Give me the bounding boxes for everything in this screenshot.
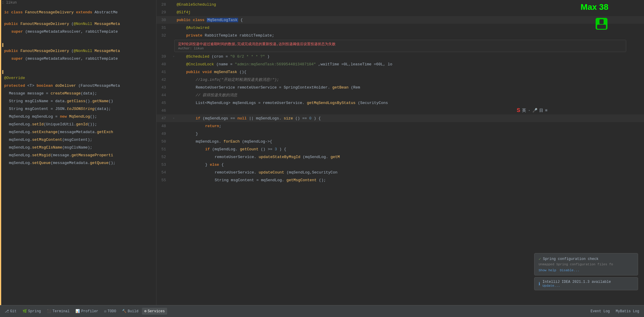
code-line-40: 40 @CncloudLock (name = "admin:mqSendTas… (156, 60, 644, 68)
left-line-2 (2, 16, 156, 20)
build-icon: 🔨 (122, 309, 126, 313)
disable-link[interactable]: Disable... (560, 269, 579, 272)
services-tab[interactable]: ⚙ Services (142, 308, 167, 315)
code-line-55: 55 String msgContent = mqSendLog. getMsg… (156, 176, 644, 184)
left-code-6: mqSendLog.setExchange(messageMetadata.ge… (2, 128, 156, 136)
code-line-39: 39 ◦ @Scheduled (cron = "0 0/2 * * * ?" … (156, 53, 644, 60)
update-popup: ℹ IntelliJ IDEA 2021.1.3 available Updat… (534, 277, 638, 290)
mybatis-log-label: MyBatis Log (616, 309, 639, 313)
max-badge: Max 38 (581, 2, 608, 12)
right-icons-strip: S 英 · 🎤 目 ≡ (517, 107, 548, 114)
inline-comment-block: 定时轮训投递中超过逾期时间的数据,完成完成消息的重新投递,达到投递阈值后设置投递… (174, 40, 626, 52)
code-line-32: 32 private RabbitTemplate rabbitTemplate… (156, 31, 644, 39)
show-help-link[interactable]: Show help (539, 269, 556, 272)
left-line-4: super (messageMetadataResolver, rabbitTe… (2, 28, 156, 35)
left-dodeliver-line: protected <T> boolean doDeliver (FanoutM… (2, 82, 156, 89)
right-code-block: 28 @EnableScheduling 29 @Slf4j 30 (156, 0, 644, 184)
menu-icon: ≡ (545, 108, 548, 113)
mybatis-log-tab[interactable]: MyBatis Log (613, 308, 642, 315)
update-link[interactable]: Update... (542, 284, 634, 288)
left-code-3: String msgContent = JSON.toJSONString(da… (2, 105, 156, 113)
event-log-tab[interactable]: Event Log (588, 308, 612, 315)
left-code-2: String msgClsName = data.getClass().getN… (2, 97, 156, 105)
code-line-52: 52 remoteUserService. updateStateByMsgId… (156, 153, 644, 161)
mic-icon: 🎤 (532, 108, 537, 113)
top-right-icon (594, 16, 609, 32)
bottom-toolbar: ⎇ Git 🌿 Spring ⬛ Terminal 📊 Profiler ☑ T… (0, 305, 644, 317)
inline-comment-text: 定时轮训投递中超过逾期时间的数据,完成完成消息的重新投递,达到投递阈值后设置投递… (178, 42, 622, 47)
spring-label: Spring (28, 309, 41, 313)
services-icon: ⚙ (144, 309, 146, 313)
left-code-9: mqSendLog.setMsgid(message.getMessagePro… (2, 151, 156, 159)
spring-config-popup: ✓ Spring configuration check Unmapped Sp… (534, 253, 638, 275)
en-icon: 英 (522, 108, 526, 113)
services-label: Services (148, 309, 165, 313)
left-code-7: mqSendLog.setMsgContent(msgContent); (2, 136, 156, 143)
code-area: : likun ic class FanoutMessageDelivery e… (0, 0, 644, 305)
update-title: IntelliJ IDEA 2021.1.3 available (542, 280, 634, 284)
profiler-icon: 📊 (75, 309, 80, 313)
profiler-tab[interactable]: 📊 Profiler (73, 308, 101, 315)
code-line-54: 54 remoteUserService. updateCount (mqSen… (156, 168, 644, 176)
spring-popup-title: Spring configuration check (543, 257, 598, 261)
left-author-line: : likun (2, 1, 156, 8)
left-code-4: MqSendLog mqSendLog = new MqSendLog(); (2, 113, 156, 120)
left-line-8: super (messageMetadataResolver, rabbitTe… (2, 55, 156, 62)
spring-tab[interactable]: 🌿 Spring (20, 308, 43, 315)
todo-icon: ☑ (104, 309, 106, 313)
todo-label: TODO (107, 309, 116, 313)
spring-icon: 🌿 (23, 309, 27, 313)
svg-rect-2 (597, 25, 606, 29)
code-line-42: 42 //log.info("开始定时检测投递失败消息!"); (156, 76, 644, 83)
left-line-3: public FanoutMessageDelivery (@NonNull M… (2, 20, 156, 28)
code-line-50: 50 mqSendLogs. forEach (mqSendLog->{ (156, 138, 644, 145)
code-line-29: 29 @Slf4j (156, 8, 644, 16)
spring-popup-desc: Unmapped Spring configuration files fo (539, 263, 634, 266)
left-code-5: mqSendLog.setId(UniqueIdUtil.genId()); (2, 120, 156, 128)
build-label: Build (128, 309, 138, 313)
git-label: Git (10, 309, 17, 313)
code-line-46: 46 (156, 107, 644, 114)
grid-icon: 目 (539, 108, 543, 113)
code-line-49: 49 } (156, 130, 644, 138)
terminal-icon: ⬛ (47, 309, 51, 313)
svg-rect-1 (599, 19, 604, 24)
left-code-8: mqSendLog.setMsgClsName(msgClsName); (2, 143, 156, 151)
info-icon: ℹ (539, 281, 540, 286)
left-line-7: public FanoutMessageDelivery (@NonNull M… (2, 47, 156, 55)
code-line-48: 48 return; (156, 122, 644, 130)
code-line-30: 30 public class MqSendLogTask { (156, 16, 644, 24)
left-panel: : likun ic class FanoutMessageDelivery e… (0, 0, 156, 305)
code-line-53: 53 } else { (156, 161, 644, 168)
left-gutter-bar (0, 0, 1, 305)
terminal-tab[interactable]: ⬛ Terminal (45, 308, 72, 315)
spring-check-icon: ✓ (539, 256, 541, 261)
build-tab[interactable]: 🔨 Build (120, 308, 141, 315)
code-line-45: 45 List<MqSendLog> mqSendLogs = remoteUs… (156, 99, 644, 107)
right-panel: Max 38 S 英 · 🎤 目 ≡ (156, 0, 644, 305)
code-line-51: 51 if (mqSendLog. getCount () >= 3 ) { (156, 145, 644, 153)
git-tab[interactable]: ⎇ Git (2, 308, 19, 315)
left-override-line: @Override (2, 74, 156, 82)
editor-container: : likun ic class FanoutMessageDelivery e… (0, 0, 644, 317)
left-line-1: ic class FanoutMessageDelivery extends A… (2, 8, 156, 16)
git-icon: ⎇ (5, 309, 9, 313)
code-line-28: 28 @EnableScheduling (156, 1, 644, 8)
left-author: : likun (0, 0, 18, 5)
code-line-47: 47 ◦ if (mqSendLogs == null || mqSendLog… (156, 114, 644, 122)
dot-icon: · (528, 108, 530, 113)
code-line-44: 44 // 获得投递失败的消息 (156, 91, 644, 99)
left-code-10: mqSendLog.setQueue(messageMetadata.getQu… (2, 159, 156, 167)
left-code-1: Message message = createMessage(data); (2, 89, 156, 97)
todo-tab[interactable]: ☑ TODO (102, 308, 118, 315)
code-line-41: 41 public void mqSendTask (){ (156, 68, 644, 76)
event-log-label: Event Log (591, 309, 610, 313)
inline-comment-author: Author: likun (178, 47, 622, 50)
terminal-label: Terminal (53, 309, 70, 313)
profiler-label: Profiler (81, 309, 98, 313)
s-icon: S (517, 107, 520, 114)
code-line-43: 43 RemoteUserService remoteUserService =… (156, 83, 644, 91)
code-line-31: 31 @Autowired (156, 24, 644, 31)
